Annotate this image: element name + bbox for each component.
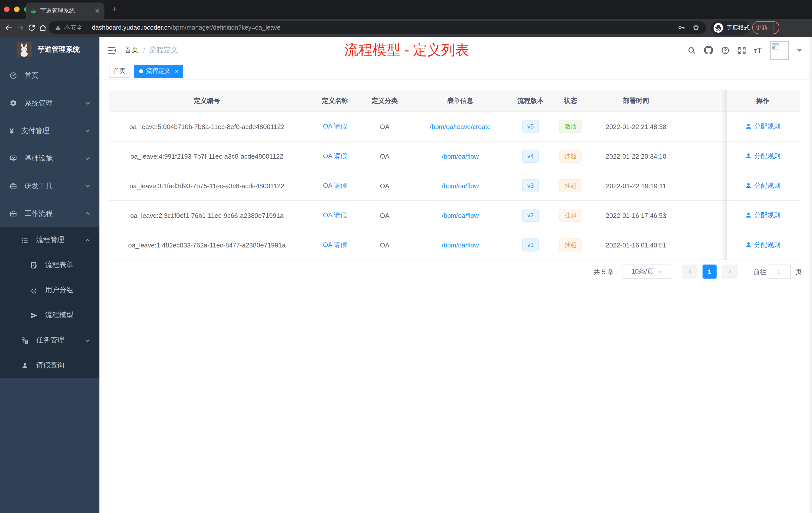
table-row: oa_leave:2:3c1f0ef1-76b1-11ec-9c66-a2380… xyxy=(109,201,800,231)
definition-name-link[interactable]: OA 请假 xyxy=(323,211,347,219)
window-minimize-button[interactable] xyxy=(14,6,20,12)
main-content: 首页 / 流程定义 流程模型 - 定义列表 xyxy=(99,37,812,513)
col-definition-name: 定义名称 xyxy=(305,96,365,105)
chevron-right-icon xyxy=(727,269,732,274)
bookmark-star-icon[interactable] xyxy=(692,24,700,32)
sidebar-item-devtools[interactable]: 研发工具 xyxy=(0,172,99,200)
cell-category: OA xyxy=(365,182,404,189)
chevron-down-icon xyxy=(658,269,663,274)
scrollbar[interactable] xyxy=(810,37,812,513)
sidebar-item-process-management[interactable]: 流程管理 xyxy=(0,228,99,252)
window-close-button[interactable] xyxy=(4,6,9,12)
version-badge: v1 xyxy=(522,238,539,251)
sidebar-item-label: 流程管理 xyxy=(36,235,64,244)
assign-rule-button[interactable]: 分配规则 xyxy=(745,240,780,249)
sidebar-logo[interactable]: 芋道管理系统 xyxy=(0,37,99,62)
version-badge: v3 xyxy=(522,179,539,192)
assign-rule-button[interactable]: 分配规则 xyxy=(745,152,780,161)
col-actions: 操作 xyxy=(726,96,800,105)
definition-name-link[interactable]: OA 请假 xyxy=(323,182,347,189)
cell-definition-id: oa_leave:2:3c1f0ef1-76b1-11ec-9c66-a2380… xyxy=(109,212,305,219)
sidebar-item-home[interactable]: 首页 xyxy=(0,62,99,89)
form-link[interactable]: /bpm/oa/flow xyxy=(442,212,478,219)
forward-icon[interactable] xyxy=(16,24,25,34)
tags-bar: 首页 流程定义 × xyxy=(99,63,812,79)
list-tree-icon xyxy=(21,236,29,244)
password-key-icon[interactable] xyxy=(677,24,686,32)
form-link[interactable]: /bpm/oa/leave/create xyxy=(430,123,491,130)
sidebar-item-system[interactable]: 系统管理 xyxy=(0,89,99,117)
browser-tab[interactable]: 芋道管理系统 ✕ xyxy=(26,2,105,19)
tag-home[interactable]: 首页 xyxy=(109,64,130,78)
reload-icon[interactable] xyxy=(28,24,36,34)
prev-page-button[interactable] xyxy=(682,265,697,279)
github-icon[interactable] xyxy=(704,46,713,55)
cell-definition-id: oa_leave:4:991f2193-7b7f-11ec-a3c8-acde4… xyxy=(109,152,305,160)
page-number-button[interactable]: 1 xyxy=(702,265,717,279)
sidebar-item-label: 基础设施 xyxy=(25,154,53,163)
status-badge: 挂起 xyxy=(559,209,581,222)
breadcrumb-home[interactable]: 首页 xyxy=(124,46,139,55)
person-icon xyxy=(745,242,752,248)
sidebar-item-leave-query[interactable]: 请假查询 xyxy=(0,353,99,378)
sidebar-item-process-model[interactable]: 流程模型 xyxy=(0,303,99,328)
sidebar: 芋道管理系统 首页 系统管理 ¥ 支付管理 xyxy=(0,37,99,513)
cell-definition-id: oa_leave:3:1fad3d93-7b75-11ec-a3c8-acde4… xyxy=(109,182,305,189)
cell-category: OA xyxy=(365,123,404,130)
hamburger-icon[interactable] xyxy=(107,46,116,57)
sidebar-item-label: 工作流程 xyxy=(25,209,53,218)
sidebar-item-process-form[interactable]: 流程表单 xyxy=(0,252,99,278)
next-page-button[interactable] xyxy=(722,265,738,279)
cell-deploy-time: 2022-01-22 20:34:10 xyxy=(596,152,676,160)
chrome-update-button[interactable]: 更新 ⋮ xyxy=(752,21,779,34)
form-link[interactable]: /bpm/oa/flow xyxy=(442,241,478,249)
help-icon[interactable] xyxy=(721,46,729,55)
page-size-select[interactable]: 10条/页 xyxy=(622,265,672,279)
person-icon xyxy=(745,212,752,219)
table-row: oa_leave:4:991f2193-7b7f-11ec-a3c8-acde4… xyxy=(109,142,800,171)
cell-category: OA xyxy=(365,241,404,249)
col-form-info: 表单信息 xyxy=(404,96,516,105)
col-deploy-time: 部署时间 xyxy=(596,96,676,105)
sidebar-item-infrastructure[interactable]: 基础设施 xyxy=(0,145,99,172)
assign-rule-button[interactable]: 分配规则 xyxy=(745,122,780,131)
assign-rule-button[interactable]: 分配规则 xyxy=(745,181,780,190)
sidebar-item-user-group[interactable]: 用户分组 xyxy=(0,278,99,303)
caret-down-icon[interactable] xyxy=(797,49,802,54)
search-icon[interactable] xyxy=(687,46,696,55)
not-secure-warning-icon xyxy=(55,24,61,31)
definition-name-link[interactable]: OA 请假 xyxy=(323,241,347,248)
back-icon[interactable] xyxy=(4,24,13,34)
chevron-left-icon xyxy=(687,269,692,274)
form-link[interactable]: /bpm/oa/flow xyxy=(442,152,478,160)
definition-name-link[interactable]: OA 请假 xyxy=(323,152,347,160)
sidebar-item-payment[interactable]: ¥ 支付管理 xyxy=(0,117,99,145)
browser-menu-icon[interactable]: ⋮ xyxy=(770,25,776,31)
new-tab-icon[interactable]: ＋ xyxy=(110,4,118,13)
avatar[interactable] xyxy=(770,41,789,60)
tag-process-definition[interactable]: 流程定义 × xyxy=(134,64,183,78)
goto-page-input[interactable] xyxy=(767,265,791,279)
sidebar-item-task-management[interactable]: 任务管理 xyxy=(0,328,99,353)
col-definition-id: 定义编号 xyxy=(109,96,305,105)
tab-close-icon[interactable]: ✕ xyxy=(94,7,100,14)
font-size-icon[interactable]: TT xyxy=(754,46,762,55)
paper-plane-icon xyxy=(30,311,38,319)
sidebar-item-label: 研发工具 xyxy=(25,181,53,190)
not-secure-label[interactable]: 不安全 xyxy=(64,23,82,32)
form-link[interactable]: /bpm/oa/flow xyxy=(442,182,478,189)
assign-rule-button[interactable]: 分配规则 xyxy=(745,211,780,220)
app-window: 芋道管理系统 首页 系统管理 ¥ 支付管理 xyxy=(0,37,812,513)
fullscreen-icon[interactable] xyxy=(737,46,746,55)
tag-close-icon[interactable]: × xyxy=(175,68,178,74)
browser-toolbar: 不安全 dashboard.yudao.iocoder.cn/bpm/manag… xyxy=(0,19,812,37)
app-title: 芋道管理系统 xyxy=(38,45,80,54)
home-icon[interactable] xyxy=(39,24,47,34)
sidebar-item-label: 任务管理 xyxy=(36,336,64,345)
favicon-plant-icon xyxy=(30,7,37,14)
sidebar-item-workflow[interactable]: 工作流程 xyxy=(0,200,99,228)
definition-name-link[interactable]: OA 请假 xyxy=(323,122,347,130)
monitor-icon xyxy=(9,155,17,162)
cell-category: OA xyxy=(365,212,404,219)
address-bar[interactable]: 不安全 dashboard.yudao.iocoder.cn/bpm/manag… xyxy=(49,21,706,34)
